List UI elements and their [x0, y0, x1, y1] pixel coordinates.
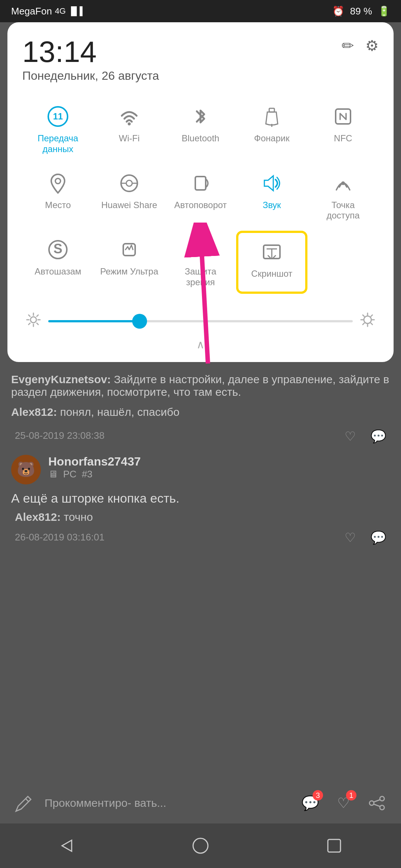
quick-location-toggle[interactable]: Место: [22, 164, 94, 227]
data-icon: 11: [45, 103, 71, 129]
svg-point-2: [128, 122, 131, 125]
status-right: ⏰ 89 % 🔋: [332, 6, 390, 17]
ultramode-icon: [116, 237, 142, 263]
nfc-label: NFC: [334, 133, 352, 144]
svg-line-29: [37, 323, 38, 325]
brightness-high-icon: [360, 312, 375, 331]
svg-point-8: [126, 180, 132, 186]
quick-data-toggle[interactable]: 11 Передачаданных: [22, 98, 94, 161]
chat-message-1: EvgenyKuznetsov: Зайдите в настройки, да…: [11, 373, 390, 398]
back-button[interactable]: [52, 831, 82, 861]
svg-marker-49: [62, 840, 72, 851]
edit-comment-icon[interactable]: [11, 790, 37, 816]
nfc-icon: [330, 103, 356, 129]
reply-icon[interactable]: 💬: [371, 429, 386, 444]
huawei-label: Huawei Share: [101, 200, 157, 211]
quick-settings-grid: 11 Передачаданных Wi-Fi: [22, 98, 379, 294]
battery-icon: 🔋: [378, 6, 390, 17]
reply-row-1: Alex812: точно: [11, 511, 390, 523]
quick-hotspot-toggle[interactable]: Точкадоступа: [307, 164, 379, 227]
svg-line-40: [363, 323, 364, 325]
location-label: Место: [45, 200, 71, 211]
quick-screenshot-toggle[interactable]: Скриншот: [236, 231, 307, 294]
rotate-icon: [188, 170, 213, 196]
home-button[interactable]: [186, 831, 215, 861]
status-left: MegaFon 4G ▐▌▌: [11, 6, 85, 17]
reply-icon-2[interactable]: 💬: [371, 530, 386, 545]
notification-panel: 13:14 Понедельник, 26 августа ✏ ⚙ 11 Пер…: [7, 22, 394, 362]
quick-huawei-toggle[interactable]: Huawei Share: [94, 164, 165, 227]
time-block: 13:14 Понедельник, 26 августа: [22, 37, 159, 83]
quick-shazam-toggle[interactable]: S Автошазам: [22, 231, 94, 294]
user-name-2: Honorfans27437: [48, 455, 141, 468]
quick-bluetooth-toggle[interactable]: Bluetooth: [165, 98, 236, 161]
quick-rotate-toggle[interactable]: Автоповорот: [165, 164, 236, 227]
shazam-icon: S: [45, 237, 71, 263]
quick-flashlight-toggle[interactable]: Фонарик: [236, 98, 307, 161]
bottom-action-bar: Прокомментиро- вать... 💬 3 ♡ 1: [0, 783, 401, 823]
chat-message-2: Alex812: понял, нашёл, спасибо: [11, 406, 390, 418]
chat-action-btn[interactable]: 💬 3: [297, 790, 323, 816]
quick-eyeprotect-toggle[interactable]: Защитазрения: [165, 231, 236, 294]
settings-icon[interactable]: ⚙: [365, 37, 379, 54]
screenshot-icon: [259, 239, 285, 265]
bluetooth-icon: [188, 103, 213, 129]
heart-badge: 1: [346, 790, 356, 800]
quick-wifi-toggle[interactable]: Wi-Fi: [94, 98, 165, 161]
battery-label: 89 %: [350, 6, 372, 17]
svg-line-28: [29, 315, 30, 316]
hotspot-label: Точкадоступа: [327, 200, 360, 221]
comment-input[interactable]: Прокомментиро- вать...: [45, 797, 290, 809]
brightness-low-icon: [26, 312, 41, 331]
platform-label: PC: [63, 468, 76, 480]
brightness-slider[interactable]: [48, 320, 353, 322]
heart-action-btn[interactable]: ♡ 1: [330, 790, 356, 816]
edit-icon[interactable]: ✏: [342, 37, 354, 54]
eyeprotect-icon: [188, 237, 213, 263]
user-info-2: Honorfans27437 🖥 PC #3: [48, 455, 141, 484]
svg-line-31: [29, 323, 30, 325]
chat-sender-1: EvgenyKuznetsov:: [11, 373, 114, 385]
signal-icon: 4G ▐▌▌: [55, 6, 85, 16]
quick-ultramode-toggle[interactable]: Режим Ультра: [94, 231, 165, 294]
like-icon-2[interactable]: ♡: [345, 530, 356, 545]
post-number: #3: [82, 468, 92, 480]
svg-line-30: [37, 315, 38, 316]
shazam-label: Автошазам: [35, 266, 81, 277]
chat-background: EvgenyKuznetsov: Зайдите в настройки, да…: [0, 362, 401, 545]
svg-line-48: [374, 804, 380, 806]
quick-nfc-toggle[interactable]: NFC: [307, 98, 379, 161]
svg-rect-51: [328, 839, 340, 852]
location-icon: [45, 170, 71, 196]
quick-sound-toggle[interactable]: Звук: [236, 164, 307, 227]
panel-time: 13:14: [22, 37, 159, 67]
wifi-icon: [116, 103, 142, 129]
brightness-row: [22, 305, 379, 334]
svg-point-32: [364, 316, 371, 323]
svg-text:11: 11: [53, 111, 63, 121]
chat-timestamp-2: 26-08-2019 03:16:01: [15, 532, 104, 543]
alarm-icon: ⏰: [332, 6, 344, 17]
panel-header: 13:14 Понедельник, 26 августа ✏ ⚙: [22, 37, 379, 83]
sound-icon: [259, 170, 285, 196]
svg-point-44: [380, 796, 384, 801]
pc-icon: 🖥: [48, 468, 58, 480]
carrier-label: MegaFon: [11, 6, 52, 17]
nav-bar: [0, 823, 401, 868]
reply-sender-1: Alex812:: [15, 511, 64, 523]
svg-point-50: [193, 838, 208, 853]
brightness-thumb[interactable]: [132, 314, 147, 329]
share-action-btn[interactable]: [364, 790, 390, 816]
status-bar: MegaFon 4G ▐▌▌ ⏰ 89 % 🔋: [0, 0, 401, 22]
panel-collapse-arrow[interactable]: ∧: [22, 334, 379, 351]
user-meta-2: 🖥 PC #3: [48, 468, 141, 480]
recent-button[interactable]: [319, 831, 349, 861]
svg-point-23: [30, 317, 36, 323]
svg-point-17: [199, 248, 201, 250]
reply-text-1: точно: [64, 511, 93, 523]
rotate-label: Автоповорот: [174, 200, 227, 211]
like-icon[interactable]: ♡: [345, 429, 356, 444]
huawei-icon: [116, 170, 142, 196]
user-avatar-2: 🐻: [11, 455, 41, 484]
svg-rect-11: [195, 177, 206, 190]
